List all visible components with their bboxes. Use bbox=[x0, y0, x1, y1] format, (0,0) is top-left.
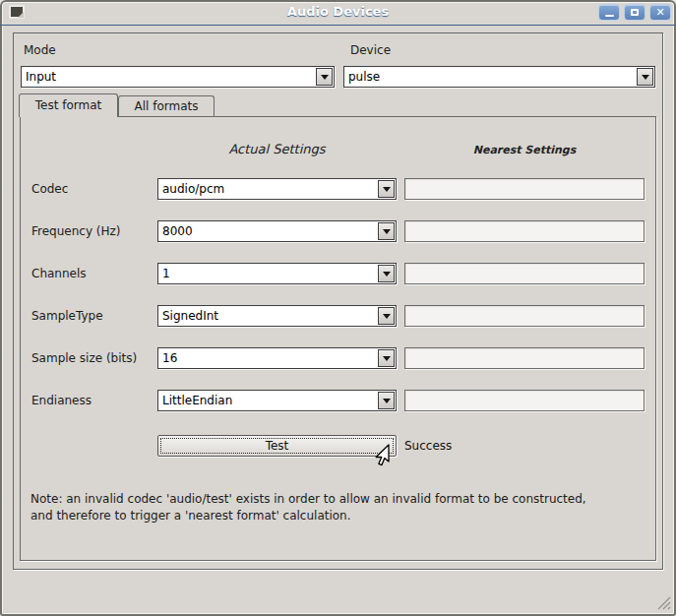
chevron-down-icon bbox=[383, 314, 391, 319]
close-icon: ✕ bbox=[655, 7, 664, 18]
frequency-nearest-field bbox=[404, 220, 645, 242]
minimize-icon bbox=[605, 15, 614, 17]
minimize-button[interactable] bbox=[598, 4, 620, 21]
frequency-combobox[interactable]: 8000 bbox=[157, 220, 397, 242]
audio-devices-window: Audio Devices ✕ Mode Device Input pulse … bbox=[0, 0, 676, 616]
device-dropdown-button[interactable] bbox=[637, 68, 653, 86]
codec-nearest-field bbox=[404, 178, 645, 200]
mode-combobox[interactable]: Input bbox=[21, 66, 335, 88]
channels-value: 1 bbox=[162, 264, 170, 283]
nearest-settings-header: Nearest Settings bbox=[404, 144, 645, 156]
status-text: Success bbox=[404, 435, 452, 457]
sampletype-value: SignedInt bbox=[162, 306, 218, 326]
endianess-value: LittleEndian bbox=[162, 391, 232, 410]
maximize-icon bbox=[631, 9, 639, 16]
chevron-down-icon bbox=[383, 399, 391, 403]
chevron-down-icon bbox=[383, 229, 391, 234]
channels-combobox[interactable]: 1 bbox=[157, 263, 397, 284]
channels-dropdown-button[interactable] bbox=[378, 265, 395, 282]
samplesize-nearest-field bbox=[404, 347, 645, 369]
frequency-label: Frequency (Hz) bbox=[31, 220, 154, 242]
mode-label: Mode bbox=[24, 43, 56, 57]
device-value: pulse bbox=[348, 67, 380, 87]
note-line-1: Note: an invalid codec 'audio/test' exis… bbox=[31, 492, 586, 506]
window-title: Audio Devices bbox=[0, 4, 676, 19]
chevron-down-icon bbox=[321, 75, 329, 80]
channels-nearest-field bbox=[404, 263, 645, 284]
device-label: Device bbox=[350, 43, 391, 57]
sampletype-combobox[interactable]: SignedInt bbox=[157, 305, 397, 327]
sampletype-label: SampleType bbox=[31, 305, 154, 327]
samplesize-label: Sample size (bits) bbox=[31, 347, 154, 369]
device-combobox[interactable]: pulse bbox=[343, 66, 655, 88]
note-line-2: and therefore to trigger a 'nearest form… bbox=[31, 509, 351, 523]
mouse-cursor bbox=[371, 444, 393, 471]
codec-label: Codec bbox=[31, 178, 154, 200]
actual-settings-header: Actual Settings bbox=[157, 142, 397, 156]
chevron-down-icon bbox=[642, 75, 649, 80]
endianess-combobox[interactable]: LittleEndian bbox=[157, 390, 397, 411]
close-button[interactable]: ✕ bbox=[649, 4, 671, 21]
samplesize-dropdown-button[interactable] bbox=[378, 349, 395, 367]
endianess-label: Endianess bbox=[31, 390, 154, 411]
frequency-dropdown-button[interactable] bbox=[378, 222, 395, 240]
codec-value: audio/pcm bbox=[162, 179, 224, 199]
chevron-down-icon bbox=[383, 272, 391, 277]
samplesize-combobox[interactable]: 16 bbox=[157, 347, 397, 369]
chevron-down-icon bbox=[383, 187, 391, 192]
mode-dropdown-button[interactable] bbox=[316, 68, 333, 86]
endianess-dropdown-button[interactable] bbox=[378, 392, 395, 409]
test-button[interactable]: Test bbox=[157, 435, 397, 457]
sampletype-nearest-field bbox=[404, 305, 645, 327]
codec-dropdown-button[interactable] bbox=[378, 180, 395, 198]
maximize-button[interactable] bbox=[624, 4, 645, 21]
samplesize-value: 16 bbox=[162, 348, 177, 368]
titlebar[interactable]: Audio Devices ✕ bbox=[0, 0, 676, 26]
sampletype-dropdown-button[interactable] bbox=[378, 307, 395, 325]
endianess-nearest-field bbox=[404, 390, 645, 411]
tab-all-formats[interactable]: All formats bbox=[118, 95, 215, 117]
chevron-down-icon bbox=[383, 356, 391, 361]
tab-test-format[interactable]: Test format bbox=[19, 93, 118, 117]
mode-value: Input bbox=[26, 67, 56, 87]
codec-combobox[interactable]: audio/pcm bbox=[157, 178, 397, 200]
frequency-value: 8000 bbox=[162, 221, 193, 241]
resize-grip[interactable] bbox=[654, 593, 671, 610]
channels-label: Channels bbox=[31, 263, 154, 284]
